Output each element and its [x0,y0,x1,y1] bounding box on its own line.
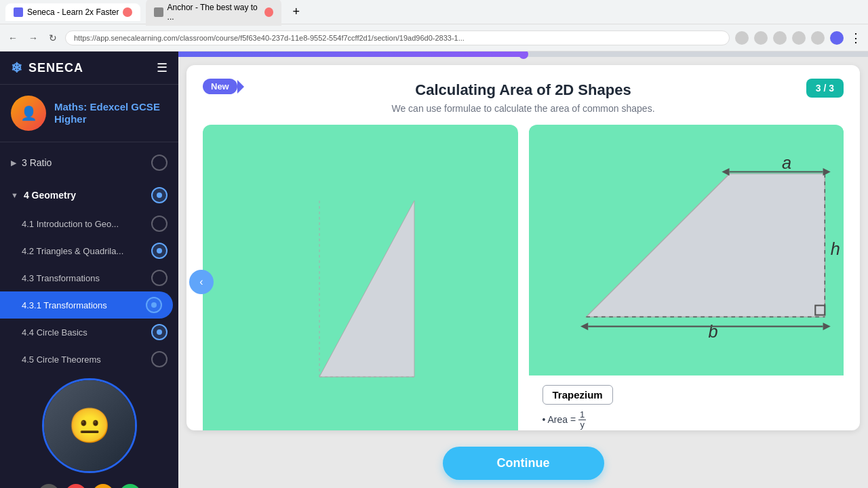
seneca-logo: ❄ SENECA [11,60,83,76]
address-text: https://app.senecalearning.com/classroom… [74,34,465,42]
chevron-right-icon: ▶ [11,159,16,167]
webcam-feed: 😐 [44,380,135,471]
tab-seneca-label: Seneca - Learn 2x Faster [27,7,119,17]
tab-anchor[interactable]: Anchor - The best way to ... [146,0,281,26]
sidebar-item-4-4[interactable]: 4.4 Circle Basics [0,319,178,346]
denominator: y [578,420,586,430]
extension-icon-4[interactable] [792,31,806,45]
page-counter: 3 / 3 [806,79,844,98]
geometry-title: ▼ 4 Geometry [11,190,76,201]
4-5-progress [151,351,167,367]
user-profile: 👤 Maths: Edexcel GCSE Higher [0,85,178,142]
user-profile-icon[interactable] [830,31,844,45]
tab-seneca[interactable]: Seneca - Learn 2x Faster [5,3,140,21]
sidebar: ❄ SENECA ☰ 👤 Maths: Edexcel GCSE Higher … [0,52,178,488]
sidebar-item-4-5[interactable]: 4.5 Circle Theorems [0,346,178,373]
sub-item-label-4-2: 4.2 Triangles & Quadrila... [22,246,123,256]
address-bar[interactable]: https://app.senecalearning.com/classroom… [65,30,730,45]
shapes-area: a b h [186,114,860,430]
continue-bar: Continue [178,439,868,488]
progress-dot [157,192,162,198]
sub-item-label-4-1: 4.1 Introduction to Geo... [22,219,119,229]
lesson-header: New 3 / 3 Calculating Area of 2D Shapes … [186,65,860,114]
numerator: 1 [578,410,586,420]
avatar-placeholder: 👤 [11,96,46,131]
trapezium-diagram: a b h [529,125,844,375]
hamburger-button[interactable]: ☰ [157,60,167,75]
sidebar-item-4-3[interactable]: 4.3 Transformations [0,264,178,291]
sidebar-item-4-1[interactable]: 4.1 Introduction to Geo... [0,210,178,237]
svg-text:h: h [830,239,840,258]
nav-section-geometry: ▼ 4 Geometry 4.1 Introduction to Geo... … [0,180,178,373]
sidebar-item-geometry[interactable]: ▼ 4 Geometry [0,180,178,210]
tab-bar-container: Seneca - Learn 2x Faster Anchor - The be… [0,0,868,24]
continue-button[interactable]: Continue [443,447,604,480]
avatar: 👤 [11,96,46,131]
triangle-svg [285,160,435,404]
logo-text: SENECA [28,61,83,75]
sidebar-header: ❄ SENECA ☰ [0,52,178,85]
trapezium-formula: • Area = 1y [542,410,831,430]
webcam-dots-button[interactable]: ··· [38,484,60,488]
4-3-1-progress [146,297,162,313]
sub-item-label-4-5: 4.5 Circle Theorems [22,354,101,365]
user-name: Maths: Edexcel GCSE Higher [54,101,167,125]
lesson-title: Calculating Area of 2D Shapes [203,81,844,99]
trapezium-svg: a b h [529,125,844,375]
more-options-icon[interactable]: ⋮ [849,31,863,45]
webcam-pause-button[interactable]: ⏸ [92,484,114,488]
prev-button[interactable]: ‹ [189,270,214,294]
webcam-container: 😐 [42,378,137,473]
sidebar-item-4-3-1[interactable]: 4.3.1 Transformations [0,291,173,319]
sub-item-label-4-3-1: 4.3.1 Transformations [22,300,107,310]
extension-icon-1[interactable] [735,31,749,45]
progress-bar-fill [178,52,524,57]
ratio-label: 3 Ratio [22,157,52,168]
4-3-progress [151,270,167,286]
seneca-favicon [14,7,23,17]
new-badge: New [203,79,237,94]
snowflake-icon: ❄ [11,60,23,76]
geometry-progress [151,187,167,203]
4-2-progress [151,243,167,259]
svg-text:a: a [782,153,791,172]
address-bar-row: ← → ↻ https://app.senecalearning.com/cla… [0,24,868,52]
sidebar-item-ratio[interactable]: ▶ 3 Ratio [0,148,178,178]
extension-icon-5[interactable] [811,31,825,45]
back-button[interactable]: ← [5,30,20,46]
tab-anchor-label: Anchor - The best way to ... [167,3,261,22]
trapezium-card: a b h [529,125,844,430]
refresh-button[interactable]: ↻ [46,30,60,46]
sidebar-nav: ▶ 3 Ratio ▼ 4 Geometry [0,142,178,488]
trapezium-info: Trapezium • Area = 1y [529,375,844,430]
browser-chrome: Seneca - Learn 2x Faster Anchor - The be… [0,0,868,52]
sub-item-label-4-4: 4.4 Circle Basics [22,327,87,338]
main-content: New 3 / 3 Calculating Area of 2D Shapes … [178,52,868,488]
tab-seneca-close[interactable] [123,7,132,17]
browser-toolbar: ⋮ [735,31,863,45]
chevron-down-icon: ▼ [11,191,18,199]
webcam-close-button[interactable]: ✕ [65,484,87,488]
fraction: 1y [578,410,586,430]
extension-icon-2[interactable] [754,31,768,45]
progress-handle [519,52,528,59]
trapezium-label: Trapezium [542,385,613,405]
progress-dot-4-3-1 [151,302,157,308]
progress-dot-4-4 [157,329,162,335]
nav-section-ratio: ▶ 3 Ratio [0,148,178,178]
4-4-progress [151,324,167,340]
forward-button[interactable]: → [26,30,41,46]
ratio-progress [151,155,167,171]
ratio-title: ▶ 3 Ratio [11,157,52,168]
webcam-check-button[interactable]: ✓ [119,484,141,488]
lesson-subtitle: We can use formulae to calculate the are… [203,103,844,114]
progress-dot-4-2 [157,248,162,253]
svg-text:b: b [708,322,717,341]
triangle-diagram [203,125,518,430]
progress-bar-container [178,52,868,57]
sidebar-item-4-2[interactable]: 4.2 Triangles & Quadrila... [0,237,178,264]
new-tab-button[interactable]: + [287,5,305,19]
lesson-container: New 3 / 3 Calculating Area of 2D Shapes … [186,65,860,430]
tab-anchor-close[interactable] [264,7,273,17]
extension-icon-3[interactable] [773,31,787,45]
